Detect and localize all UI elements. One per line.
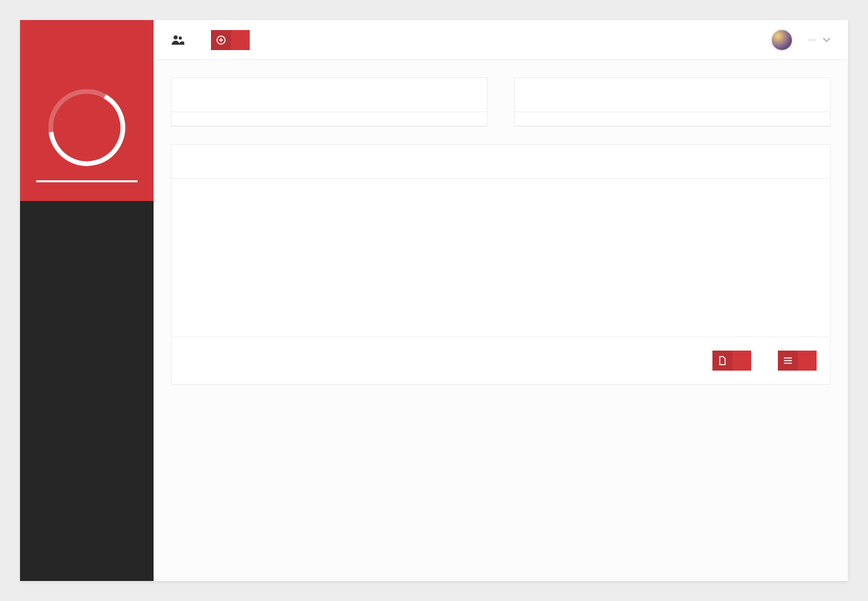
brand bbox=[20, 20, 154, 60]
plus-circle-icon bbox=[211, 30, 231, 50]
gauge bbox=[36, 84, 138, 171]
list-icon bbox=[778, 351, 798, 371]
file-icon bbox=[712, 351, 732, 371]
overall-bar bbox=[36, 180, 138, 182]
svg-point-2 bbox=[174, 35, 178, 39]
add-user-button[interactable] bbox=[211, 30, 250, 50]
new-project-button[interactable] bbox=[712, 351, 751, 371]
new-task-button[interactable] bbox=[778, 351, 817, 371]
col-user-email bbox=[643, 112, 771, 126]
latest-users-panel bbox=[514, 77, 831, 127]
svg-point-3 bbox=[179, 36, 182, 39]
svg-point-1 bbox=[43, 84, 130, 171]
avatar bbox=[771, 29, 793, 51]
activity-panel bbox=[171, 144, 831, 385]
users-icon bbox=[171, 35, 184, 45]
col-name bbox=[172, 112, 300, 126]
user-menu[interactable] bbox=[771, 29, 831, 51]
recent-projects-panel bbox=[171, 77, 487, 127]
col-user-name bbox=[515, 112, 643, 126]
chevron-down-icon bbox=[823, 37, 831, 43]
col-progress bbox=[300, 112, 428, 126]
user-badge bbox=[808, 39, 816, 41]
